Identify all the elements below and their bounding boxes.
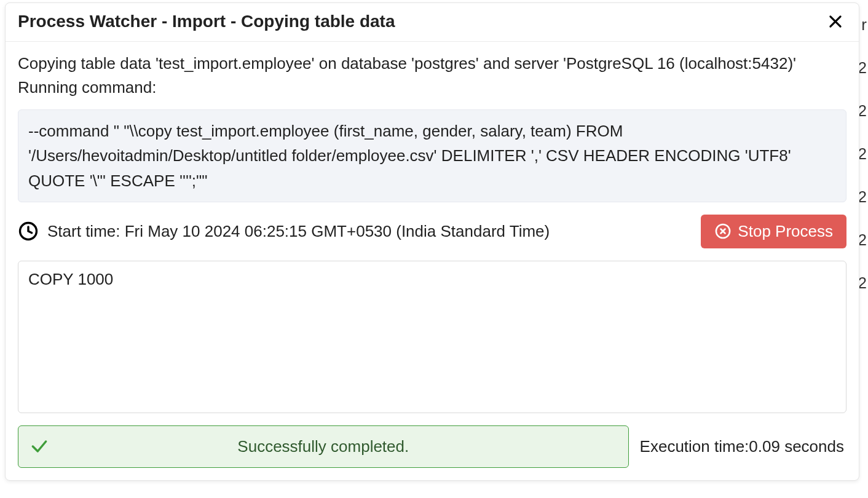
start-time-text: Start time: Fri May 10 2024 06:25:15 GMT…	[47, 222, 692, 241]
dialog-title: Process Watcher - Import - Copying table…	[18, 12, 824, 31]
footer-row: Successfully completed. Execution time: …	[18, 425, 846, 468]
dialog-header: Process Watcher - Import - Copying table…	[6, 3, 859, 42]
stop-icon	[714, 223, 732, 240]
close-icon	[827, 13, 844, 30]
description-text: Copying table data 'test_import.employee…	[18, 52, 846, 76]
success-status: Successfully completed.	[18, 425, 629, 468]
command-box: --command " "\\copy test_import.employee…	[18, 109, 846, 202]
start-time-row: Start time: Fri May 10 2024 06:25:15 GMT…	[18, 215, 846, 248]
stop-process-label: Stop Process	[738, 222, 833, 241]
close-button[interactable]	[824, 10, 846, 33]
running-command-label: Running command:	[18, 76, 846, 100]
check-icon	[30, 437, 49, 456]
background-column: r 2 2 2 2 2 2	[858, 0, 868, 304]
output-box[interactable]: COPY 1000	[18, 261, 846, 413]
success-message: Successfully completed.	[237, 437, 409, 456]
dialog-body: Copying table data 'test_import.employee…	[6, 42, 859, 480]
process-watcher-dialog: Process Watcher - Import - Copying table…	[5, 2, 859, 481]
execution-time: Execution time: 0.09 seconds	[640, 425, 846, 468]
stop-process-button[interactable]: Stop Process	[701, 215, 846, 248]
clock-icon	[18, 221, 39, 242]
output-line: COPY 1000	[28, 270, 836, 289]
